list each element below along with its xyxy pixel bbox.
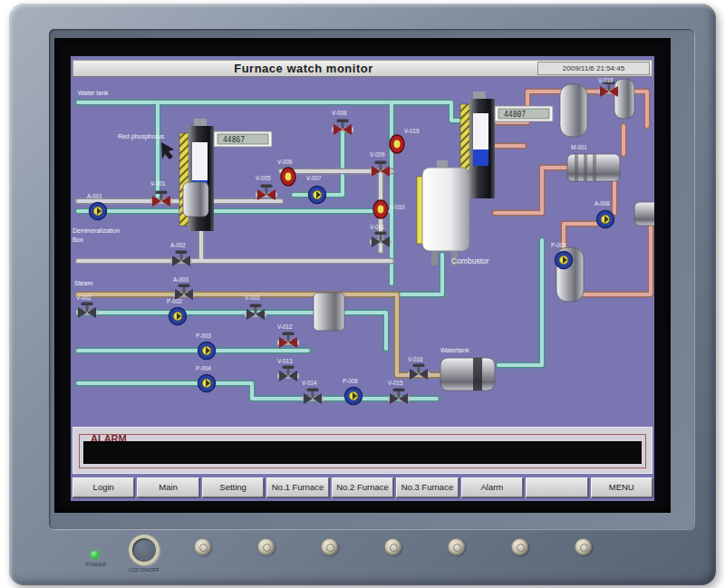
menu-button[interactable]: MENU	[591, 477, 652, 497]
display-onoff-button[interactable]	[129, 535, 160, 565]
label-v006: V-006	[277, 159, 293, 165]
function-button-1[interactable]	[194, 538, 211, 555]
label-v007: V-007	[306, 175, 322, 181]
pump-v007[interactable]	[309, 187, 326, 204]
power-led	[91, 551, 99, 559]
alarm-panel: ALARM	[72, 427, 652, 474]
label-v005: V-005	[256, 175, 271, 181]
tank2-level-value: 44807	[504, 111, 526, 119]
label-v013: V-013	[277, 358, 293, 364]
label-steam: Steam	[74, 280, 92, 286]
valve-v012[interactable]	[277, 333, 299, 349]
hmi-screen: Furnace watch monitor 2009/11/6 21:54:45	[71, 56, 654, 501]
alarm-message-list[interactable]	[83, 441, 642, 464]
alarm-frame: ALARM	[79, 434, 646, 468]
no2-furnace-button[interactable]: No.2 Furnace	[332, 477, 393, 497]
label-v009: V-009	[370, 151, 385, 158]
heat-exchanger-m001[interactable]	[567, 154, 620, 181]
label-v012: V-012	[277, 323, 293, 330]
watertank-vessel[interactable]	[440, 358, 495, 390]
tank1-level-value: 44867	[223, 136, 245, 144]
blank-button[interactable]	[526, 477, 587, 497]
valve-v013[interactable]	[277, 366, 299, 382]
diagram-svg: 44867 44807	[71, 77, 654, 425]
display-onoff-label: LCD ON/OFF	[121, 567, 167, 573]
function-button-4[interactable]	[384, 538, 401, 555]
label-p004: P-004	[196, 365, 211, 371]
label-water-tank: Water tank	[78, 90, 109, 96]
label-a001: A-001	[87, 193, 102, 199]
combustor-vessel[interactable]	[417, 160, 469, 265]
label-p008: P-008	[551, 242, 566, 248]
label-demineralization-2: Box	[72, 236, 84, 243]
function-button-6[interactable]	[511, 538, 528, 555]
pump-p003[interactable]	[198, 342, 216, 360]
setting-button[interactable]: Setting	[202, 477, 264, 497]
valve-v003[interactable]	[245, 304, 266, 321]
no1-furnace-button[interactable]: No.1 Furnace	[266, 477, 328, 497]
pump-p004[interactable]	[198, 375, 216, 392]
gauge-v006[interactable]	[281, 168, 295, 186]
vessels: 44867 44807	[179, 79, 654, 390]
feed-arrow-icon	[161, 142, 174, 159]
label-p002: P-002	[167, 298, 182, 304]
label-v018: V-018	[598, 77, 614, 83]
pump-p008[interactable]	[556, 252, 573, 269]
title-bar: Furnace watch monitor 2009/11/6 21:54:45	[72, 60, 652, 77]
power-led-label: POWER	[78, 562, 114, 567]
label-a003: A-003	[173, 276, 188, 283]
label-v002: V-002	[76, 294, 92, 301]
label-v003: V-003	[245, 294, 260, 301]
page: Furnace watch monitor 2009/11/6 21:54:45	[0, 0, 725, 588]
pump-a001[interactable]	[90, 203, 107, 220]
pump-p002[interactable]	[169, 308, 187, 325]
main-button[interactable]: Main	[137, 477, 198, 497]
function-button-3[interactable]	[321, 538, 338, 555]
pump-a008[interactable]	[597, 211, 614, 228]
pump-p006[interactable]	[345, 388, 362, 405]
valve-v005[interactable]	[256, 185, 277, 201]
login-button[interactable]: Login	[72, 477, 134, 497]
function-button-7[interactable]	[575, 538, 592, 555]
alarm-button[interactable]: Alarm	[461, 477, 523, 497]
label-demineralization-1: Demineralization	[72, 227, 120, 234]
label-v011: V-011	[370, 224, 384, 230]
function-button-5[interactable]	[448, 538, 465, 555]
tank1-level-display: 44867	[214, 131, 272, 147]
label-p003: P-003	[196, 333, 211, 339]
process-diagram: 44867 44807	[71, 77, 654, 425]
tank2-level-display: 44807	[495, 106, 553, 121]
label-v010: V-010	[390, 204, 405, 210]
label-v015: V-015	[388, 380, 403, 386]
label-v016: V-016	[408, 356, 423, 362]
label-m001: M-001	[571, 144, 587, 150]
clock-display: 2009/11/6 21:54:45	[537, 62, 650, 75]
label-watertank: Watertank	[440, 347, 469, 353]
function-button-2[interactable]	[257, 538, 275, 555]
label-v014: V-014	[302, 380, 317, 386]
label-red-phosphorus: Red phosphorus	[118, 133, 165, 140]
label-p006: P-006	[343, 378, 358, 384]
label-combustor: Combustor	[451, 256, 489, 265]
label-v001: V-001	[150, 180, 166, 187]
label-a002: A-002	[170, 242, 186, 248]
no3-furnace-button[interactable]: No.3 Furnace	[396, 477, 458, 497]
gauge-v019[interactable]	[390, 135, 404, 153]
gauge-v010[interactable]	[373, 200, 388, 218]
nav-button-row: Login Main Setting No.1 Furnace No.2 Fur…	[72, 477, 652, 497]
label-a008: A-008	[594, 200, 610, 207]
label-v008: V-008	[332, 110, 347, 116]
page-title: Furnace watch monitor	[73, 62, 534, 75]
label-v019: V-019	[404, 128, 420, 134]
